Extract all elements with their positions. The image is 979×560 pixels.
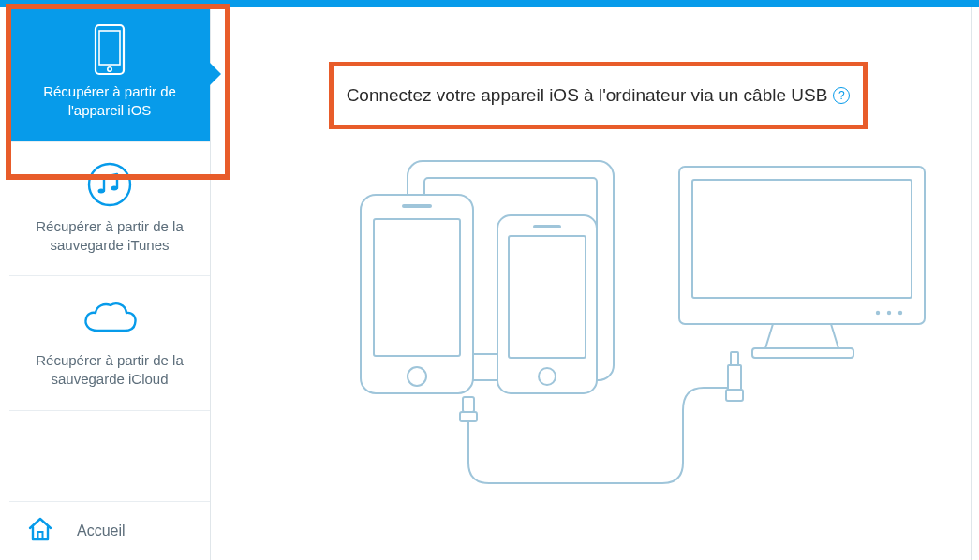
svg-point-17 <box>539 368 556 385</box>
svg-rect-12 <box>402 204 432 208</box>
home-icon <box>26 515 54 547</box>
svg-point-21 <box>887 311 891 315</box>
sidebar: Récupérer à partir de l'appareil iOS Réc… <box>9 7 211 560</box>
sidebar-item-recover-icloud-backup[interactable]: Récupérer à partir de la sauvegarde iClo… <box>9 276 210 411</box>
svg-rect-25 <box>460 412 477 421</box>
connect-illustration <box>286 148 942 504</box>
svg-rect-24 <box>463 397 474 412</box>
phone-icon <box>22 24 197 75</box>
svg-point-20 <box>876 311 880 315</box>
sidebar-item-recover-ios-device[interactable]: Récupérer à partir de l'appareil iOS <box>9 7 210 142</box>
svg-rect-26 <box>728 365 741 390</box>
svg-point-3 <box>89 164 130 205</box>
svg-point-22 <box>898 311 902 315</box>
svg-rect-15 <box>509 236 586 358</box>
highlight-instruction-box: Connectez votre appareil iOS à l'ordinat… <box>329 62 868 129</box>
svg-rect-6 <box>38 532 43 539</box>
svg-point-13 <box>408 367 426 386</box>
svg-rect-27 <box>726 390 743 401</box>
svg-point-2 <box>108 67 111 71</box>
sidebar-item-recover-itunes-backup[interactable]: Récupérer à partir de la sauvegarde iTun… <box>9 142 210 277</box>
svg-point-5 <box>111 185 118 190</box>
main-panel: Connectez votre appareil iOS à l'ordinat… <box>211 7 972 560</box>
itunes-icon <box>22 159 197 210</box>
svg-rect-28 <box>731 352 738 365</box>
svg-rect-23 <box>752 348 853 358</box>
sidebar-item-label: Récupérer à partir de l'appareil iOS <box>22 82 197 121</box>
help-icon[interactable]: ? <box>833 87 850 104</box>
sidebar-item-home[interactable]: Accueil <box>9 501 210 560</box>
svg-rect-16 <box>533 225 561 228</box>
top-bar <box>0 0 979 7</box>
svg-rect-11 <box>374 219 460 356</box>
sidebar-item-label: Récupérer à partir de la sauvegarde iClo… <box>22 351 197 390</box>
svg-rect-19 <box>692 180 912 298</box>
svg-point-4 <box>98 188 105 193</box>
home-label: Accueil <box>77 523 126 539</box>
svg-rect-1 <box>99 31 120 65</box>
sidebar-item-label: Récupérer à partir de la sauvegarde iTun… <box>22 217 197 256</box>
cloud-icon <box>22 293 197 344</box>
instruction-text: Connectez votre appareil iOS à l'ordinat… <box>347 85 828 106</box>
